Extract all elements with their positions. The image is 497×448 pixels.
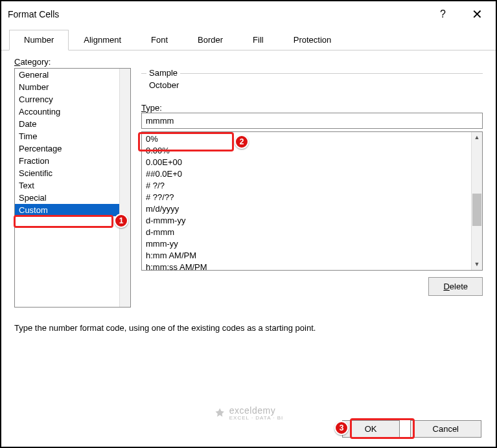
scroll-down-icon[interactable]: ▼ — [472, 259, 482, 270]
tab-border[interactable]: Border — [183, 30, 238, 50]
type-item[interactable]: h:mm AM/PM — [146, 250, 478, 262]
type-listbox[interactable]: 0% 0.00% 0.00E+00 ##0.0E+0 # ?/? # ??/??… — [141, 131, 483, 271]
delete-button[interactable]: Delete — [428, 277, 483, 296]
dialog-footer: OK Cancel — [342, 420, 481, 438]
type-item[interactable]: mmm-yy — [146, 238, 478, 250]
tab-strip: Number Alignment Font Border Fill Protec… — [1, 30, 496, 50]
cancel-button[interactable]: Cancel — [410, 420, 481, 438]
watermark-tagline: EXCEL · DATA · BI — [229, 416, 284, 421]
category-item-currency[interactable]: Currency — [15, 93, 130, 106]
category-item-date[interactable]: Date — [15, 118, 130, 130]
callout-1-badge: 1 — [114, 214, 128, 228]
type-item[interactable]: ##0.0E+0 — [146, 168, 478, 180]
category-item-number[interactable]: Number — [15, 81, 130, 93]
type-item[interactable]: m/d/yyyy — [146, 203, 478, 215]
dialog-title: Format Cells — [8, 9, 440, 19]
watermark-icon — [214, 407, 225, 419]
category-item-text[interactable]: Text — [15, 179, 130, 192]
close-button[interactable]: ✕ — [465, 6, 489, 22]
type-item[interactable]: # ??/?? — [146, 192, 478, 203]
callout-3-badge: 3 — [334, 421, 349, 435]
type-item[interactable]: 0.00% — [146, 145, 478, 157]
watermark-brand: exceldemy — [229, 405, 275, 416]
type-item[interactable]: h:mm:ss AM/PM — [146, 262, 478, 270]
type-item[interactable]: 0.00E+00 — [146, 157, 478, 168]
type-item[interactable]: d-mmm-yy — [146, 215, 478, 227]
tab-font[interactable]: Font — [136, 30, 183, 50]
category-item-accounting[interactable]: Accounting — [15, 106, 130, 118]
tab-number[interactable]: Number — [9, 30, 69, 50]
category-item-special[interactable]: Special — [15, 192, 130, 204]
callout-2-badge: 2 — [235, 135, 249, 149]
type-label: Type: — [141, 103, 483, 113]
sample-box: Sample October — [141, 73, 483, 99]
watermark: exceldemy EXCEL · DATA · BI — [214, 405, 284, 421]
scroll-up-icon[interactable]: ▲ — [472, 132, 482, 143]
ok-button[interactable]: OK — [342, 420, 400, 438]
type-item[interactable]: 0% — [146, 133, 478, 145]
sample-value: October — [141, 76, 483, 90]
category-item-percentage[interactable]: Percentage — [15, 142, 130, 155]
type-input[interactable] — [141, 113, 483, 129]
help-button[interactable]: ? — [440, 8, 446, 20]
type-scrollbar[interactable]: ▲ ▼ — [471, 132, 482, 270]
category-item-general[interactable]: General — [15, 69, 130, 81]
scroll-thumb[interactable] — [472, 194, 481, 226]
type-item[interactable]: d-mmm — [146, 227, 478, 238]
category-item-scientific[interactable]: Scientific — [15, 167, 130, 179]
category-item-custom[interactable]: Custom — [15, 204, 130, 216]
titlebar: Format Cells ? ✕ — [1, 1, 496, 27]
category-item-fraction[interactable]: Fraction — [15, 155, 130, 167]
tab-protection[interactable]: Protection — [279, 30, 347, 50]
hint-text: Type the number format code, using one o… — [14, 323, 483, 333]
tab-fill[interactable]: Fill — [238, 30, 279, 50]
type-item[interactable]: # ?/? — [146, 180, 478, 192]
category-item-time[interactable]: Time — [15, 130, 130, 142]
sample-label: Sample — [146, 68, 180, 78]
tab-alignment[interactable]: Alignment — [69, 30, 136, 50]
category-label: Category: — [14, 57, 483, 67]
category-scrollbar[interactable] — [119, 69, 130, 307]
category-listbox[interactable]: General Number Currency Accounting Date … — [14, 68, 131, 308]
